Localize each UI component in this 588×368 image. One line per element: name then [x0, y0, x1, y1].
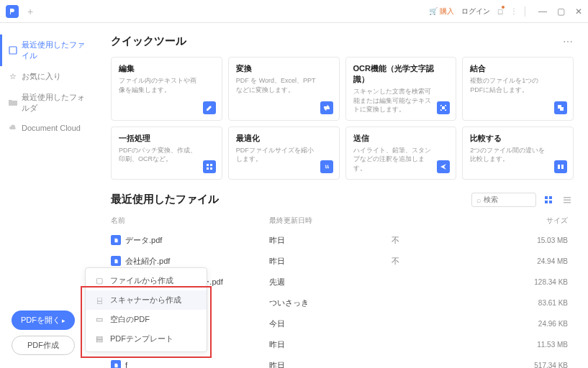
close-button[interactable]: ✕: [575, 6, 582, 17]
file-size: 128.34 KB: [499, 278, 574, 286]
table-row[interactable]: f昨日517.34 KB: [111, 355, 574, 368]
open-pdf-button[interactable]: PDFを開く ▸: [12, 310, 75, 330]
sidebar-item-recent-folders[interactable]: 最近使用したフォルダ: [0, 87, 101, 119]
tool-convert[interactable]: 変換 PDF を Word、Excel、PPT などに変換します。: [228, 57, 340, 121]
ocr-icon: [437, 101, 450, 114]
maximize-button[interactable]: ▢: [557, 6, 565, 17]
tool-desc: PDF を Word、Excel、PPT などに変換します。: [236, 76, 332, 94]
tool-combine[interactable]: 結合 複数のファイルを1つのPDFに結合します。: [462, 57, 574, 121]
tool-desc: 2つのファイル間の違いを比較します。: [470, 146, 566, 164]
quicktools-title: クイックツール: [111, 34, 186, 48]
svg-rect-0: [9, 47, 17, 54]
file-date: 昨日: [269, 339, 392, 350]
tool-ocr[interactable]: OCR機能（光学文字認識） スキャンした文書を検索可能または編集可能なテキストに…: [345, 57, 457, 121]
popup-template[interactable]: ▤ PDFテンプレート: [86, 329, 207, 349]
popup-label: PDFテンプレート: [110, 334, 173, 344]
login-link[interactable]: ログイン: [461, 6, 490, 17]
popup-label: ファイルから作成: [110, 275, 173, 286]
compare-icon: [554, 160, 567, 173]
tool-optimize[interactable]: 最適化 PDFファイルサイズを縮小します。: [228, 126, 340, 180]
blank-icon: ▭: [94, 315, 104, 325]
tool-desc: スキャンした文書を検索可能または編集可能なテキストに変換します。: [353, 87, 449, 114]
svg-rect-11: [545, 201, 548, 203]
popup-from-scanner[interactable]: ⌸ スキャナーから作成: [86, 290, 207, 310]
sidebar-label: お気に入り: [22, 71, 61, 82]
optimize-icon: [320, 160, 333, 173]
more-icon[interactable]: ⋯: [563, 36, 574, 47]
tool-compare[interactable]: 比較する 2つのファイル間の違いを比較します。: [462, 126, 574, 180]
sidebar-item-recent-files[interactable]: 最近使用したファイル: [0, 34, 101, 66]
svg-rect-3: [207, 164, 209, 166]
tool-desc: PDFのバッチ変換、作成、印刷、OCRなど。: [119, 146, 214, 164]
svg-rect-7: [558, 165, 560, 169]
create-pdf-popup: ▢ ファイルから作成 ⌸ スキャナーから作成 ▭ 空白のPDF ▤ PDFテンプ…: [85, 267, 207, 352]
popup-blank[interactable]: ▭ 空白のPDF: [86, 310, 207, 329]
minimize-button[interactable]: —: [538, 6, 547, 17]
file-name: 会社紹介.pdf: [125, 256, 170, 267]
folder-icon: ▢: [94, 276, 104, 286]
svg-rect-8: [561, 165, 564, 169]
open-label: PDFを開く: [21, 315, 60, 326]
template-icon: ▤: [94, 334, 104, 344]
tool-desc: 複数のファイルを1つのPDFに結合します。: [470, 76, 566, 94]
table-header: 名前 最終更新日時 サイズ: [111, 211, 574, 230]
svg-rect-4: [210, 164, 212, 166]
header-name: 名前: [111, 216, 269, 226]
create-pdf-button[interactable]: PDF作成: [12, 336, 75, 355]
file-date: ついさっき: [269, 298, 392, 308]
tool-title: 編集: [119, 63, 214, 74]
tool-edit[interactable]: 編集 ファイル内のテキストや画像を編集します。: [111, 57, 222, 121]
purchase-link[interactable]: 🛒 購入: [429, 6, 454, 17]
svg-rect-9: [545, 196, 548, 199]
titlebar: + 🛒 購入 ログイン ◻ ⋮ — ▢ ✕: [0, 0, 588, 23]
kebab-menu-icon[interactable]: ⋮: [510, 7, 517, 15]
file-size: 11.53 MB: [499, 341, 574, 349]
recent-icon: [9, 46, 17, 55]
svg-rect-5: [207, 167, 209, 170]
tool-batch[interactable]: 一括処理 PDFのバッチ変換、作成、印刷、OCRなど。: [111, 126, 222, 180]
star-icon: ☆: [9, 73, 17, 81]
tool-desc: ハイライト、鉛筆、スタンプなどの注釈を追加します。: [353, 146, 449, 173]
header-size: サイズ: [499, 216, 574, 226]
app-icon: [6, 5, 19, 18]
file-date: 先週: [269, 277, 392, 288]
popup-label: スキャナーから作成: [110, 295, 181, 305]
search-box[interactable]: ⌕: [471, 193, 536, 207]
batch-icon: [203, 160, 216, 173]
edit-icon: [203, 101, 216, 114]
tool-title: 送信: [353, 133, 449, 144]
file-size: 24.96 KB: [499, 320, 574, 328]
header-pin: [392, 216, 499, 226]
svg-rect-12: [549, 201, 552, 203]
window-controls: — ▢ ✕: [538, 6, 582, 17]
svg-rect-2: [560, 107, 564, 111]
file-date: 昨日: [269, 235, 392, 246]
pdf-file-icon: [111, 360, 121, 368]
tool-send[interactable]: 送信 ハイライト、鉛筆、スタンプなどの注釈を追加します。: [345, 126, 457, 180]
pdf-file-icon: [111, 256, 121, 266]
file-size: 83.61 KB: [499, 299, 574, 307]
tool-title: 最適化: [236, 133, 332, 144]
recent-controls: ⌕: [471, 193, 574, 207]
view-list-icon[interactable]: [561, 193, 574, 206]
send-icon: [437, 160, 450, 173]
sidebar-item-document-cloud[interactable]: Document Cloud: [0, 119, 101, 137]
file-size: 24.94 MB: [499, 257, 574, 265]
popup-from-file[interactable]: ▢ ファイルから作成: [86, 271, 207, 290]
sidebar-item-favorites[interactable]: ☆ お気に入り: [0, 66, 101, 87]
tool-title: 比較する: [470, 133, 566, 144]
view-grid-icon[interactable]: [542, 193, 555, 206]
titlebar-right: 🛒 購入 ログイン ◻ ⋮ — ▢ ✕: [429, 6, 582, 17]
new-tab-icon[interactable]: +: [27, 6, 33, 17]
table-row[interactable]: データ.pdf昨日不15.03 MB: [111, 230, 574, 251]
chevron-right-icon: ▸: [62, 317, 65, 324]
search-input[interactable]: [484, 196, 531, 203]
file-pin: 不: [392, 256, 499, 267]
combine-icon: [554, 101, 567, 114]
file-date: 昨日: [269, 360, 392, 368]
svg-rect-14: [564, 199, 571, 201]
purchase-label: 購入: [440, 6, 454, 17]
file-size: 15.03 MB: [499, 236, 574, 244]
tool-desc: ファイル内のテキストや画像を編集します。: [119, 76, 214, 94]
notification-icon[interactable]: ◻: [497, 7, 503, 15]
